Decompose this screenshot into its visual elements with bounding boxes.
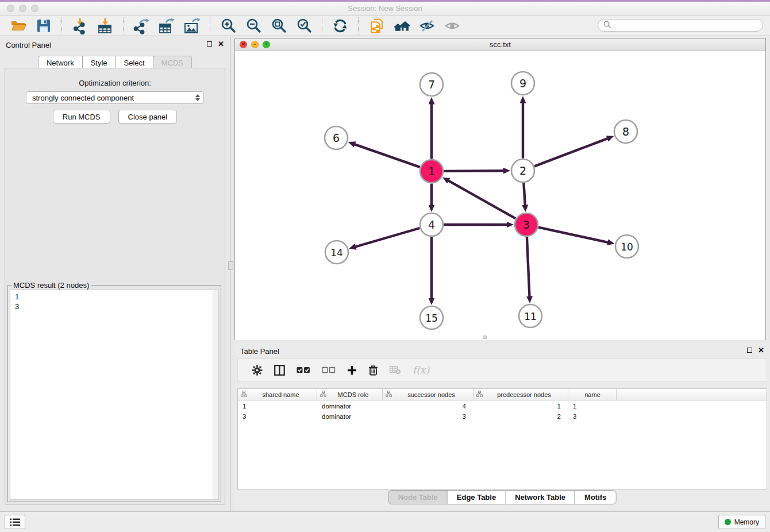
- export-image-icon[interactable]: [183, 17, 201, 34]
- apply-preferred-layout-icon[interactable]: [332, 17, 349, 34]
- open-session-icon[interactable]: [10, 17, 27, 34]
- graph-node-11[interactable]: 11: [519, 304, 542, 327]
- unselect-all-columns-icon[interactable]: [322, 367, 336, 373]
- table-cell[interactable]: 1: [473, 403, 568, 410]
- tab-network-table[interactable]: Network Table: [505, 490, 575, 504]
- graph-node-10[interactable]: 10: [615, 235, 638, 258]
- run-mcds-button[interactable]: Run MCDS: [53, 110, 110, 124]
- network-graph[interactable]: 7968124314101511: [235, 51, 765, 340]
- float-table-panel-icon[interactable]: [747, 348, 752, 353]
- graph-node-7[interactable]: 7: [420, 73, 443, 96]
- table-cell[interactable]: 4: [383, 403, 473, 410]
- show-columns-icon[interactable]: [274, 365, 285, 376]
- toolbar-separator: [322, 17, 322, 34]
- table-cell[interactable]: 1: [238, 403, 317, 410]
- network-window-titlebar: ✕ − + scc.txt: [235, 38, 765, 51]
- graph-node-6[interactable]: 6: [325, 126, 348, 149]
- column-header-label: MCDS role: [326, 391, 382, 398]
- network-window: ✕ − + scc.txt 7968124314101511: [234, 38, 766, 340]
- first-neighbors-icon[interactable]: [393, 17, 410, 34]
- graph-node-label: 11: [524, 311, 537, 322]
- delete-table-icon: [390, 365, 401, 375]
- import-table-icon[interactable]: [97, 17, 114, 34]
- table-cell[interactable]: dominator: [317, 403, 383, 410]
- graph-edge-3-10[interactable]: [538, 228, 608, 242]
- graph-node-label: 1: [428, 165, 435, 178]
- control-panel-header: Control Panel ✕: [0, 37, 230, 53]
- graph-node-3[interactable]: 3: [515, 213, 538, 236]
- close-table-panel-icon[interactable]: ✕: [758, 348, 764, 353]
- task-history-button[interactable]: [5, 515, 25, 529]
- column-header-name[interactable]: name: [568, 389, 617, 400]
- export-network-icon[interactable]: [133, 17, 150, 34]
- column-type-icon: [476, 391, 483, 398]
- graph-edge-2-8[interactable]: [534, 138, 607, 166]
- network-canvas[interactable]: 7968124314101511: [235, 51, 765, 340]
- zoom-fit-icon[interactable]: [270, 17, 287, 34]
- graph-node-2[interactable]: 2: [511, 159, 534, 182]
- graph-edge-1-6[interactable]: [355, 144, 420, 167]
- mcds-result-area[interactable]: 13: [10, 290, 219, 500]
- toolbar-separator: [358, 17, 359, 34]
- table-options-icon[interactable]: [252, 365, 263, 376]
- import-network-icon[interactable]: [71, 17, 88, 34]
- table-cell[interactable]: 3: [383, 413, 473, 420]
- graph-node-15[interactable]: 15: [420, 306, 443, 329]
- table-cell[interactable]: 3: [238, 413, 317, 420]
- table-header-row: shared nameMCDS rolesuccessor nodesprede…: [238, 389, 767, 400]
- graph-node-14[interactable]: 14: [325, 241, 348, 264]
- table-row[interactable]: 1dominator411: [238, 402, 767, 411]
- table-cell[interactable]: 2: [473, 413, 568, 420]
- graph-edge-3-1[interactable]: [449, 181, 516, 219]
- graph-node-label: 2: [519, 164, 526, 177]
- graph-node-label: 9: [519, 77, 526, 90]
- graph-edge-1-2[interactable]: [444, 171, 504, 171]
- zoom-in-icon[interactable]: [220, 17, 237, 34]
- mcds-tab-content: Optimization criterion: strongly connect…: [5, 68, 225, 505]
- memory-button[interactable]: Memory: [718, 515, 765, 529]
- mcds-result-scrollbar[interactable]: [213, 290, 218, 499]
- search-field[interactable]: [598, 19, 763, 32]
- column-header-label: successor nodes: [392, 391, 473, 398]
- graph-node-label: 4: [428, 218, 435, 231]
- column-header-shared-name[interactable]: shared name: [238, 389, 317, 400]
- create-column-icon[interactable]: [347, 365, 357, 375]
- graph-node-label: 6: [333, 132, 340, 144]
- table-cell[interactable]: dominator: [317, 413, 383, 420]
- table-cell[interactable]: 1: [568, 403, 617, 410]
- float-panel-icon[interactable]: [207, 41, 212, 47]
- select-all-columns-icon[interactable]: [297, 367, 310, 373]
- graph-node-1[interactable]: 1: [420, 160, 443, 183]
- graph-edge-2-3[interactable]: [523, 183, 525, 206]
- canvas-resize-dot[interactable]: [483, 336, 487, 339]
- graph-node-4[interactable]: 4: [420, 213, 443, 236]
- column-header-predecessor-nodes[interactable]: predecessor nodes: [473, 389, 568, 400]
- panel-splitter-handle[interactable]: [228, 261, 233, 270]
- optimization-criterion-value: strongly connected component: [32, 94, 195, 102]
- tab-edge-table[interactable]: Edge Table: [447, 490, 506, 504]
- graph-node-9[interactable]: 9: [511, 72, 534, 95]
- graph-node-label: 8: [622, 125, 629, 138]
- delete-columns-icon[interactable]: [368, 365, 378, 376]
- graph-node-8[interactable]: 8: [614, 120, 637, 143]
- column-type-icon: [386, 391, 392, 398]
- tab-motifs[interactable]: Motifs: [575, 490, 616, 504]
- graph-edge-4-14[interactable]: [356, 228, 420, 247]
- optimization-criterion-select[interactable]: strongly connected component: [26, 91, 204, 104]
- export-table-icon[interactable]: [158, 17, 175, 34]
- column-header-MCDS-role[interactable]: MCDS role: [317, 389, 383, 400]
- close-panel-button[interactable]: Close panel: [118, 110, 178, 124]
- column-type-icon: [320, 391, 326, 398]
- hide-selected-icon[interactable]: [418, 17, 436, 34]
- zoom-out-icon[interactable]: [245, 17, 262, 34]
- zoom-selected-icon[interactable]: [295, 17, 313, 34]
- tab-node-table[interactable]: Node Table: [388, 490, 448, 504]
- clone-network-icon[interactable]: [368, 17, 385, 34]
- graph-edge-3-11[interactable]: [527, 237, 530, 297]
- close-panel-icon[interactable]: ✕: [218, 41, 224, 47]
- save-session-icon[interactable]: [35, 17, 52, 34]
- column-header-successor-nodes[interactable]: successor nodes: [383, 389, 473, 400]
- table-row[interactable]: 3dominator323: [238, 412, 767, 421]
- table-cell[interactable]: 3: [568, 413, 617, 420]
- search-input[interactable]: [614, 21, 763, 30]
